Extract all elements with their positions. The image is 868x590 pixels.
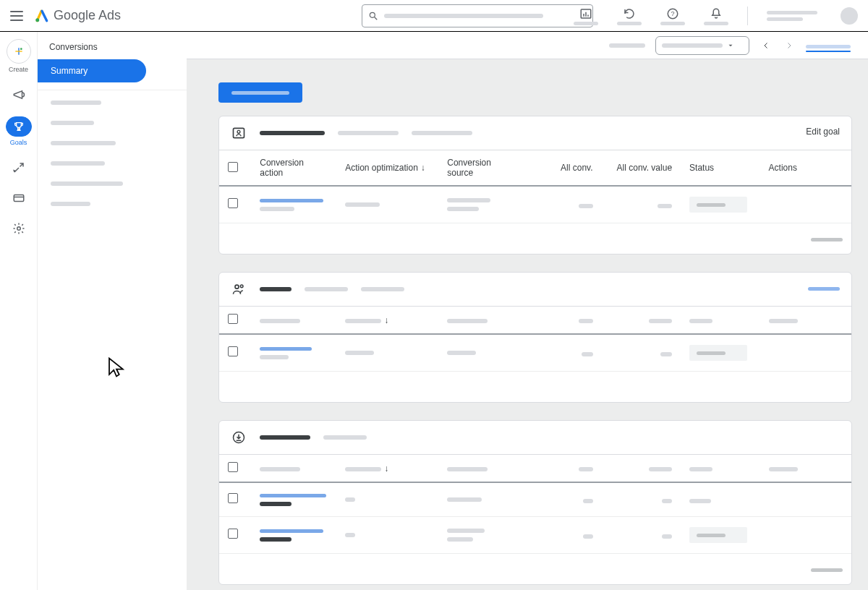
col-header[interactable]: [681, 455, 760, 483]
conversions-table: ↓: [219, 454, 851, 584]
col-header[interactable]: [438, 307, 522, 335]
subnav-item[interactable]: [51, 202, 90, 206]
col-header[interactable]: ↓: [336, 455, 438, 483]
separator: [747, 7, 748, 25]
sub-nav: Conversions Summary: [38, 32, 187, 590]
left-rail: Create Goals: [0, 32, 38, 590]
menu-icon[interactable]: [10, 11, 23, 21]
row-checkbox[interactable]: [228, 346, 238, 356]
col-status[interactable]: Status: [681, 150, 760, 187]
date-prev-button[interactable]: [760, 39, 773, 52]
app-logo[interactable]: Google Ads: [35, 8, 121, 23]
conversion-action-link[interactable]: [260, 347, 312, 351]
refresh-icon[interactable]: [617, 7, 642, 25]
table-footer-link[interactable]: [811, 238, 843, 241]
content-header: [187, 32, 868, 59]
subnav-item[interactable]: [51, 101, 101, 105]
col-conversion-source[interactable]: Conversion source: [438, 150, 522, 187]
rail-create-label: Create: [9, 66, 28, 73]
search-icon: [368, 11, 378, 21]
table-footer-link[interactable]: [811, 568, 843, 572]
svg-rect-4: [583, 14, 584, 17]
goal-card: ↓: [218, 420, 852, 585]
search-input[interactable]: [362, 4, 593, 27]
col-header[interactable]: [760, 307, 851, 335]
row-checkbox[interactable]: [228, 493, 238, 503]
caret-down-icon: [727, 42, 734, 49]
rail-goals[interactable]: Goals: [6, 116, 32, 146]
col-all-conv[interactable]: All conv.: [522, 150, 602, 187]
status-chip: [689, 197, 747, 213]
notifications-icon[interactable]: [704, 7, 728, 25]
user-avatar[interactable]: [841, 7, 858, 25]
svg-rect-12: [14, 195, 24, 202]
svg-point-11: [20, 48, 22, 50]
svg-point-14: [17, 227, 20, 231]
goal-card: ↓: [218, 272, 852, 403]
main-content: Edit goal Conversion action Action optim…: [187, 32, 868, 590]
reports-icon[interactable]: [574, 7, 598, 25]
table-row[interactable]: [219, 334, 851, 372]
col-header[interactable]: [251, 455, 336, 483]
col-header[interactable]: [522, 455, 602, 483]
table-row[interactable]: [219, 186, 851, 223]
card-link[interactable]: [808, 283, 840, 293]
help-icon[interactable]: ?: [660, 7, 685, 25]
col-header[interactable]: [602, 455, 681, 483]
subnav-title: Conversions: [38, 32, 187, 59]
download-icon: [231, 429, 247, 445]
select-all-checkbox[interactable]: [228, 162, 238, 172]
svg-point-18: [240, 285, 243, 288]
col-conversion-action[interactable]: Conversion action: [251, 150, 336, 187]
svg-point-17: [235, 285, 239, 288]
rail-campaigns-icon[interactable]: [10, 86, 27, 103]
app-topbar: Google Ads ?: [0, 0, 868, 32]
select-all-checkbox[interactable]: [228, 462, 238, 472]
primary-tab[interactable]: [218, 82, 302, 103]
subnav-item[interactable]: [51, 121, 94, 125]
trophy-icon: [13, 121, 25, 132]
conversion-action-link[interactable]: [260, 199, 323, 202]
subnav-item[interactable]: [51, 141, 116, 145]
account-switcher[interactable]: [767, 11, 817, 21]
rail-admin-icon[interactable]: [10, 220, 27, 237]
select-all-checkbox[interactable]: [228, 314, 238, 324]
conversion-action-link[interactable]: [260, 529, 323, 533]
row-checkbox[interactable]: [228, 529, 238, 539]
col-header[interactable]: [522, 307, 602, 335]
svg-point-0: [35, 18, 39, 22]
status-chip: [689, 527, 747, 543]
goal-card: Edit goal Conversion action Action optim…: [218, 116, 852, 255]
google-ads-icon: [35, 9, 49, 23]
col-header[interactable]: [681, 307, 760, 335]
row-checkbox[interactable]: [228, 198, 238, 208]
subnav-item-summary-label: Summary: [51, 66, 88, 76]
table-row[interactable]: [219, 482, 851, 517]
col-actions[interactable]: Actions: [760, 150, 851, 187]
date-range-picker[interactable]: [655, 36, 749, 55]
svg-text:?: ?: [671, 10, 674, 17]
svg-rect-5: [585, 12, 587, 16]
rail-billing-icon[interactable]: [10, 189, 27, 207]
col-header[interactable]: ↓: [336, 307, 438, 335]
status-chip: [689, 345, 747, 361]
subnav-item-summary[interactable]: Summary: [38, 59, 146, 82]
subnav-item[interactable]: [51, 181, 123, 186]
rail-tools-icon[interactable]: [10, 159, 27, 176]
col-header[interactable]: [251, 307, 336, 335]
table-row[interactable]: [219, 517, 851, 554]
header-link[interactable]: [806, 51, 851, 52]
col-header[interactable]: [438, 455, 522, 483]
pageview-icon: [231, 125, 247, 141]
app-name: Google Ads: [54, 8, 121, 23]
col-all-conv-value[interactable]: All conv. value: [602, 150, 681, 187]
rail-create[interactable]: Create: [7, 39, 31, 73]
col-action-optimization[interactable]: Action optimization↓: [336, 150, 438, 187]
col-header[interactable]: [602, 307, 681, 335]
edit-goal-button[interactable]: Edit goal: [806, 127, 840, 137]
conversion-action-link[interactable]: [260, 494, 326, 497]
sort-desc-icon: ↓: [421, 163, 425, 173]
subnav-item[interactable]: [51, 161, 105, 166]
col-header[interactable]: [760, 455, 851, 483]
rail-goals-label: Goals: [10, 139, 27, 146]
